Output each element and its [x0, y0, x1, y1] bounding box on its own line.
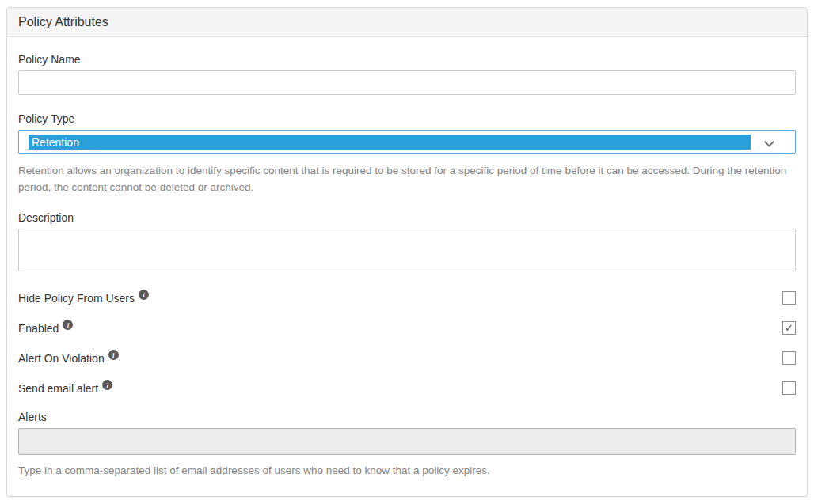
panel-header: Policy Attributes — [7, 8, 807, 37]
policy-type-help-text: Retention allows an organization to iden… — [18, 162, 796, 195]
chevron-down-icon — [764, 137, 774, 147]
info-icon: i — [108, 350, 119, 360]
alerts-label: Alerts — [18, 411, 796, 423]
policy-type-group: Policy Type Retention Retention allows a… — [18, 112, 796, 195]
info-icon: i — [102, 380, 112, 390]
policy-name-group: Policy Name — [18, 53, 796, 95]
policy-type-label: Policy Type — [18, 112, 796, 125]
send-email-alert-row: Send email alert i — [18, 381, 796, 396]
panel-title: Policy Attributes — [18, 15, 108, 28]
alert-on-violation-row: Alert On Violation i — [18, 351, 796, 366]
description-textarea[interactable] — [18, 229, 796, 271]
info-icon: i — [63, 320, 73, 330]
policy-attributes-panel: Policy Attributes Policy Name Policy Typ… — [6, 7, 808, 497]
enabled-label-text: Enabled — [18, 322, 59, 335]
hide-policy-label: Hide Policy From Users i — [18, 292, 149, 305]
hide-policy-label-text: Hide Policy From Users — [18, 292, 135, 305]
alert-on-violation-checkbox[interactable] — [782, 351, 796, 365]
policy-name-input[interactable] — [18, 70, 796, 95]
alert-on-violation-label-text: Alert On Violation — [18, 352, 105, 365]
alerts-input — [18, 428, 796, 455]
panel-body: Policy Name Policy Type Retention Retent… — [7, 37, 807, 479]
send-email-alert-label-text: Send email alert — [18, 382, 98, 395]
enabled-checkbox[interactable]: ✓ — [782, 321, 796, 335]
info-icon: i — [139, 290, 149, 300]
description-group: Description — [18, 211, 796, 271]
hide-policy-checkbox[interactable] — [782, 291, 796, 305]
alerts-group: Alerts Type in a comma-separated list of… — [18, 411, 796, 479]
send-email-alert-checkbox[interactable] — [782, 381, 796, 395]
policy-name-label: Policy Name — [18, 53, 796, 66]
description-label: Description — [18, 211, 796, 224]
alerts-help-text: Type in a comma-separated list of email … — [18, 462, 796, 479]
alert-on-violation-label: Alert On Violation i — [18, 352, 119, 365]
hide-policy-row: Hide Policy From Users i — [18, 290, 796, 305]
policy-type-select[interactable]: Retention — [18, 130, 796, 154]
send-email-alert-label: Send email alert i — [18, 382, 112, 395]
enabled-label: Enabled i — [18, 322, 73, 335]
policy-type-selected-option[interactable]: Retention — [29, 135, 751, 150]
checkbox-section: Hide Policy From Users i Enabled i ✓ Ale… — [18, 290, 796, 396]
enabled-row: Enabled i ✓ — [18, 320, 796, 335]
